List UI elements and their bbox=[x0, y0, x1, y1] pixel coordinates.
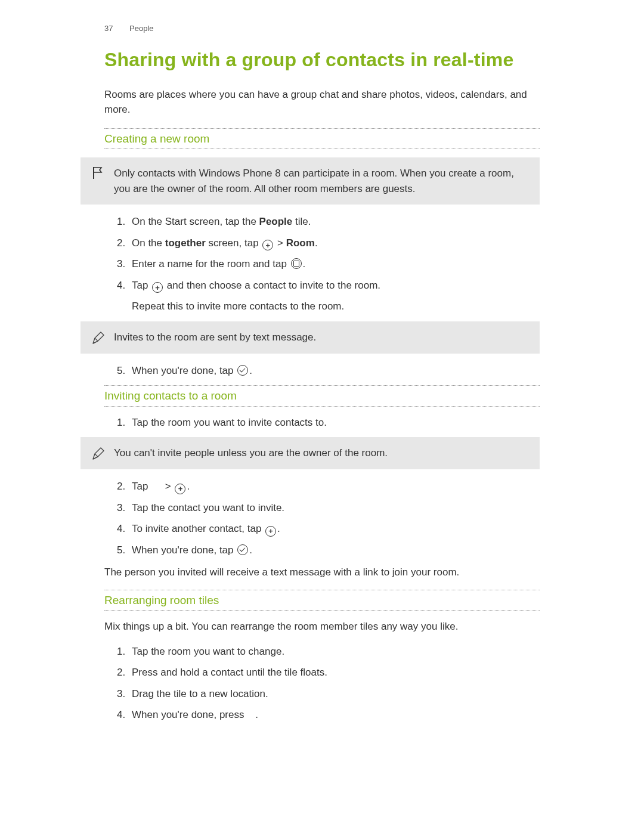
header-section: People bbox=[129, 24, 153, 33]
step-1: Tap the room you want to invite contacts… bbox=[128, 415, 540, 431]
step-3: Drag the tile to a new location. bbox=[128, 686, 540, 702]
page: 37 People Sharing with a group of contac… bbox=[0, 0, 644, 833]
page-number: 37 bbox=[104, 24, 113, 33]
callout-owner-only: You can't invite people unless you are t… bbox=[80, 437, 540, 469]
intro-paragraph: Rooms are places where you can have a gr… bbox=[104, 87, 540, 117]
plus-circle-icon bbox=[152, 282, 163, 293]
step-2: Press and hold a contact until the tile … bbox=[128, 665, 540, 680]
step-1: Tap the room you want to change. bbox=[128, 644, 540, 659]
steps-inviting: Tap the room you want to invite contacts… bbox=[104, 415, 540, 431]
check-circle-icon bbox=[237, 365, 248, 376]
step-4-sub: Repeat this to invite more contacts to t… bbox=[132, 299, 540, 314]
step-4: When you're done, press . bbox=[128, 707, 540, 723]
steps-rearranging: Tap the room you want to change. Press a… bbox=[104, 644, 540, 723]
callout-text: You can't invite people unless you are t… bbox=[114, 445, 529, 461]
save-circle-icon bbox=[291, 258, 302, 269]
step-2: Tap > . bbox=[128, 479, 540, 494]
step-4: To invite another contact, tap . bbox=[128, 521, 540, 537]
section-heading-rearranging: Rearranging room tiles bbox=[104, 590, 540, 611]
callout-text: Invites to the room are sent by text mes… bbox=[114, 330, 529, 345]
step-3: Tap the contact you want to invite. bbox=[128, 500, 540, 516]
heading-rearranging: Rearranging room tiles bbox=[104, 592, 540, 609]
section-heading-inviting: Inviting contacts to a room bbox=[104, 385, 540, 407]
plus-circle-icon bbox=[265, 526, 276, 537]
callout-text: Only contacts with Windows Phone 8 can p… bbox=[114, 166, 529, 196]
steps-creating-cont: When you're done, tap . bbox=[104, 363, 540, 379]
header: 37 People bbox=[104, 23, 540, 35]
pencil-icon bbox=[91, 330, 110, 345]
flag-icon bbox=[91, 166, 110, 181]
heading-creating: Creating a new room bbox=[104, 131, 540, 148]
rearranging-intro: Mix things up a bit. You can rearrange t… bbox=[104, 619, 540, 634]
step-1: On the Start screen, tap the People tile… bbox=[128, 214, 540, 230]
step-4: Tap and then choose a contact to invite … bbox=[128, 278, 540, 314]
steps-inviting-cont: Tap > . Tap the contact you want to invi… bbox=[104, 479, 540, 558]
section-heading-creating: Creating a new room bbox=[104, 128, 540, 150]
step-2: On the together screen, tap > Room. bbox=[128, 236, 540, 251]
plus-circle-icon bbox=[262, 240, 273, 250]
page-title: Sharing with a group of contacts in real… bbox=[104, 45, 540, 74]
callout-invite-sms: Invites to the room are sent by text mes… bbox=[80, 321, 540, 354]
pencil-icon bbox=[91, 445, 110, 461]
check-circle-icon bbox=[237, 544, 248, 555]
step-3: Enter a name for the room and tap . bbox=[128, 256, 540, 272]
step-5: When you're done, tap . bbox=[128, 543, 540, 558]
inviting-outro: The person you invited will receive a te… bbox=[104, 565, 540, 580]
heading-inviting: Inviting contacts to a room bbox=[104, 388, 540, 405]
callout-requirements: Only contacts with Windows Phone 8 can p… bbox=[80, 157, 540, 205]
step-5: When you're done, tap . bbox=[128, 363, 540, 379]
steps-creating: On the Start screen, tap the People tile… bbox=[104, 214, 540, 314]
plus-circle-icon bbox=[175, 484, 185, 494]
